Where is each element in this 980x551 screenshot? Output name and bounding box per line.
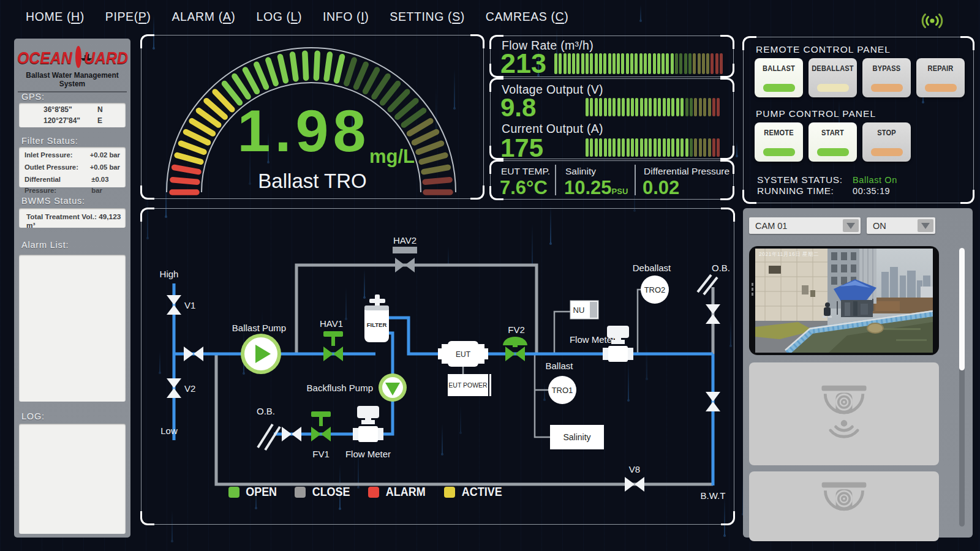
salinity-box[interactable]: Salinity (550, 425, 604, 449)
legend-item-open: OPEN (228, 485, 278, 499)
pump-button-start[interactable]: START (809, 122, 857, 162)
valve-ob-upper[interactable] (706, 304, 720, 324)
legend-swatch (295, 487, 306, 498)
camera-slot-3[interactable] (749, 471, 939, 541)
corner-bracket (140, 186, 154, 200)
legend-item-close: CLOSE (295, 485, 352, 499)
nav-item-camreas[interactable]: CAMREAS (C) (486, 10, 569, 24)
camera-select[interactable]: CAM 01 (749, 217, 861, 234)
voltage-bar (586, 98, 720, 116)
nav-item-setting[interactable]: SETTING (S) (390, 10, 465, 24)
gauge-tick (257, 64, 266, 87)
nav-item-info[interactable]: INFO (I) (323, 10, 369, 24)
tro2-sensor[interactable]: TRO2 (641, 276, 669, 304)
corner-bracket (960, 36, 974, 50)
gauge-tick (326, 54, 330, 79)
pump-control-title: PUMP CONTROL PANEL (756, 108, 876, 119)
gauge-tick (356, 64, 366, 87)
connector-tro2 (638, 290, 641, 354)
voltage-value: 9.8 (500, 95, 536, 121)
flow-rate-bar (554, 53, 723, 74)
tro2-sensor-label: TRO2 (644, 285, 666, 294)
valve-hav2[interactable] (393, 247, 417, 272)
nu-box[interactable]: NU (570, 301, 598, 319)
filter-row-value: +0.05 bar (90, 162, 120, 173)
salinity-number: 10.25 (564, 177, 612, 198)
corner-bracket (470, 34, 484, 48)
eut-power-box[interactable]: EUT POWER (448, 374, 491, 396)
nav-item-log[interactable]: LOG (L) (256, 10, 302, 24)
pump-button-stop[interactable]: STOP (862, 122, 911, 162)
log-box[interactable] (19, 424, 126, 534)
state-indicator (925, 84, 957, 92)
camera-slot-2[interactable] (749, 362, 939, 465)
flow-rate-panel: Flow Rate (m³/h) 213 (490, 36, 734, 77)
state-indicator (871, 84, 903, 92)
gauge-tick (280, 57, 285, 81)
signal-icon (920, 11, 944, 33)
gps-lat-dir: N (97, 105, 126, 115)
diagram-label: Flow Meter (345, 449, 391, 459)
valve-fv2[interactable] (503, 337, 527, 361)
valve-v2[interactable] (167, 378, 181, 398)
nu-label: NU (573, 305, 585, 315)
valve-main-inlet[interactable] (184, 347, 203, 361)
current-bar (586, 138, 720, 157)
diagram-label: B.W.T (701, 490, 726, 501)
system-status-label: SYSTEM STATUS: (757, 174, 843, 186)
nav-item-alarm[interactable]: ALARM (A) (172, 10, 235, 24)
tro-unit: mg/L (369, 146, 415, 168)
remote-button-ballast[interactable]: BALLAST (755, 58, 803, 97)
logo-text-left: OCEAN (17, 49, 72, 68)
chevron-down-icon[interactable] (918, 219, 933, 232)
valve-v8[interactable] (625, 477, 644, 492)
nav-item-home[interactable]: HOME (H) (26, 10, 85, 24)
eut-label: EUT (456, 350, 471, 359)
valve-hav1[interactable] (323, 331, 343, 361)
diagram-label: V1 (184, 300, 195, 310)
diagram-label: HAV1 (320, 318, 343, 329)
filter-status-heading: Filter Status: (21, 136, 78, 146)
legend-item-alarm: ALARM (368, 485, 427, 499)
filter-row-value: ±0.03 bar (91, 174, 120, 196)
valve-ob-lower[interactable] (706, 392, 720, 411)
camera-scrollbar-thumb[interactable] (959, 248, 965, 370)
diagram-label: High (160, 269, 179, 279)
tro-value: 1.98 (141, 101, 466, 160)
remote-button-deballast[interactable]: DEBALLAST (809, 58, 857, 97)
diagram-label: Low (160, 425, 178, 436)
ballast-pump[interactable] (241, 334, 281, 374)
corner-bracket (140, 208, 154, 222)
state-indicator (817, 148, 849, 156)
camera-select-value: CAM 01 (749, 221, 843, 231)
control-panel: REMOTE CONTROL PANEL BALLASTDEBALLASTBYP… (743, 37, 974, 203)
nav-item-pipe[interactable]: PIPE(P) (105, 10, 151, 24)
valve-v1[interactable] (167, 295, 181, 315)
bwms-status-box: Total Treatment Vol.: 49,123 m³ (19, 208, 126, 228)
eut-unit[interactable]: EUT (438, 341, 488, 367)
camera-feed-image (755, 249, 933, 353)
gauge-tick (347, 60, 354, 83)
corner-bracket (489, 78, 503, 92)
backflush-pump[interactable] (379, 373, 407, 402)
diagram-label: Ballast Pump (232, 323, 286, 333)
logo-text-right: UARD (84, 49, 128, 68)
valve-backflush-inlet[interactable] (282, 427, 301, 441)
pump-button-remote[interactable]: REMOTE (755, 122, 803, 162)
camera-power-select[interactable]: ON (867, 217, 935, 234)
corner-bracket (721, 511, 735, 525)
filter-unit[interactable]: FILTER (364, 294, 389, 342)
filter-label: FILTER (367, 321, 387, 328)
chevron-down-icon[interactable] (843, 219, 859, 232)
gps-lon-dir: E (97, 116, 126, 126)
valve-fv1[interactable] (311, 411, 331, 441)
remote-button-repair[interactable]: REPAIR (916, 58, 965, 97)
diagram-label: Flow Meter (570, 334, 615, 345)
alarm-list-box[interactable] (19, 255, 126, 402)
corner-bracket (742, 190, 756, 204)
state-indicator (763, 84, 795, 92)
tro1-sensor[interactable]: TRO1 (548, 376, 576, 404)
logo-tagline: Ballast Water Management System (20, 71, 126, 88)
flow-meter-backflush[interactable] (353, 406, 383, 442)
remote-button-bypass[interactable]: BYPASS (862, 58, 911, 97)
